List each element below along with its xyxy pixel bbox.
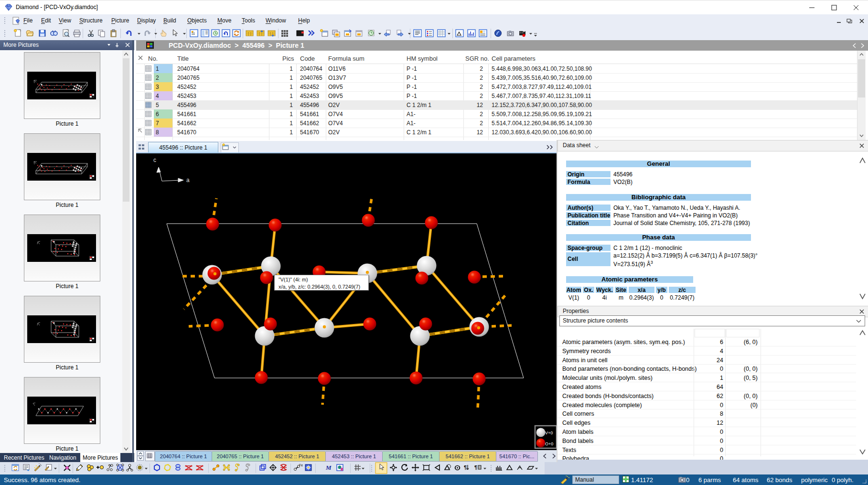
svg-text:a: a	[186, 177, 190, 183]
svg-text:¶: ¶	[464, 464, 467, 470]
svg-text:c: c	[153, 157, 156, 163]
svg-text:¶: ¶	[474, 464, 477, 470]
svg-text:Fe: Fe	[299, 463, 303, 467]
svg-text:O+0: O+0	[545, 442, 553, 446]
svg-text:M: M	[325, 464, 332, 471]
svg-text:V+0: V+0	[545, 431, 553, 435]
svg-text:?: ?	[108, 463, 111, 469]
